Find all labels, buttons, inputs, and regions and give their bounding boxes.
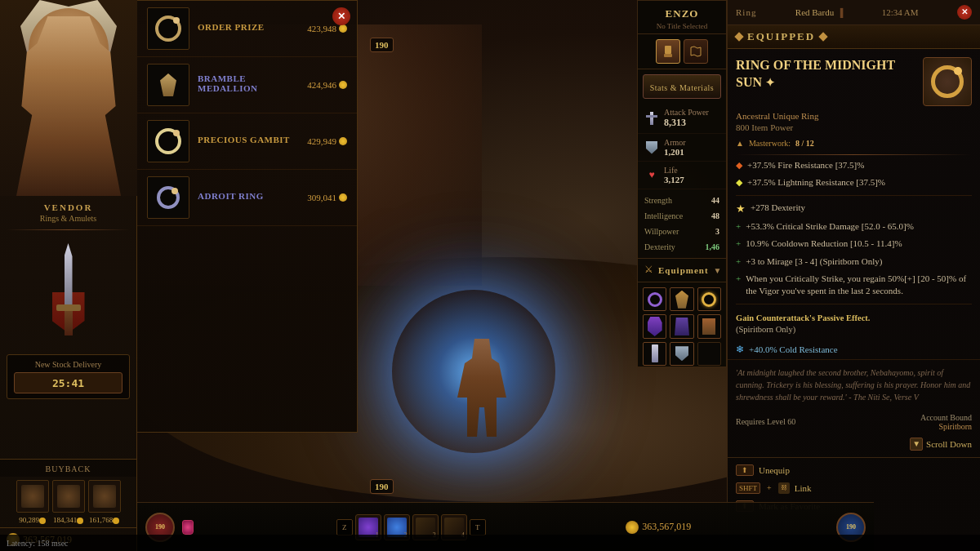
sun-icon: ✦ — [765, 77, 775, 89]
item-panel-close-button[interactable]: ✕ — [957, 5, 972, 20]
char-action-btn-2[interactable] — [684, 39, 708, 64]
equipment-grid — [638, 282, 726, 371]
svg-rect-0 — [665, 46, 671, 54]
equipment-icon: ⚔ — [644, 264, 653, 277]
close-icon-item: ✕ — [961, 8, 968, 16]
hud-gold-coin-icon — [626, 521, 639, 534]
ring-item-selected — [702, 292, 716, 307]
helm-item — [648, 317, 662, 336]
equipment-label: Equipment — [658, 265, 709, 275]
masterwork-triangle-icon: ▲ — [736, 139, 744, 148]
attributes-section: Strength 44 Intelligence 48 Willpower 3 … — [638, 189, 726, 258]
close-button[interactable]: ✕ — [332, 7, 350, 25]
shop-item-gambit[interactable]: PRECIOUS GAMBIT 429,949 — [137, 113, 357, 170]
vendor-avatar — [0, 0, 137, 196]
item-price-gambit: 429,949 — [307, 136, 347, 146]
level-badge-top: 190 — [370, 38, 394, 52]
lightning-bullet-icon: ◆ — [736, 177, 742, 188]
vendor-panel: VENDOR Rings & Amulets New Stock Deliver… — [0, 0, 137, 551]
equip-slot-4[interactable] — [643, 314, 666, 338]
scroll-icon: ▼ — [910, 438, 923, 451]
crit-damage-stat: + +53.3% Critical Strike Damage [52.0 - … — [728, 218, 980, 235]
item-icon-order-prize — [147, 7, 189, 50]
item-name-group: RING OF THE MIDNIGHT SUN ✦ — [736, 57, 916, 91]
unequip-button[interactable]: ⬆ Unequip — [736, 461, 972, 479]
weapon-guard — [56, 304, 81, 311]
char-action-btn-1[interactable] — [656, 39, 680, 64]
shop-item-order-prize[interactable]: ORDER PRIZE 423,948 — [137, 1, 357, 57]
buyback-item-icon-3 — [93, 485, 116, 508]
character-name: ENZO — [643, 7, 721, 20]
item-thumbnail — [923, 57, 972, 106]
life-row: ♥ Life 3,127 — [638, 162, 726, 189]
hud-gold-amount: 363,567,019 — [642, 521, 691, 533]
item-info-gambit: PRECIOUS GAMBIT — [198, 135, 299, 148]
equip-slot-1[interactable] — [643, 287, 666, 311]
masterwork-row: ▲ Masterwork: 8 / 12 — [728, 136, 980, 153]
weapon-display — [0, 235, 136, 349]
req-level: Requires Level 60 — [736, 417, 795, 426]
item-panel-header: Ring Red Bardu ▐ 12:34 AM ✕ — [728, 0, 980, 25]
plus-bullet-4-icon: + — [736, 273, 741, 283]
plus-bullet-1-icon: + — [736, 221, 741, 231]
buyback-val-2: 184,341 — [52, 516, 85, 524]
strength-row: Strength 44 — [638, 193, 726, 208]
armor-label: Armor — [664, 138, 719, 147]
amulet-item-1 — [675, 291, 688, 309]
gold-icon-small-3 — [113, 518, 119, 524]
stats-divider-1 — [736, 154, 972, 155]
stock-timer-box: 25:41 — [14, 372, 122, 393]
buyback-item-1[interactable] — [16, 480, 49, 513]
equip-slot-8[interactable] — [670, 342, 693, 366]
item-price-bramble: 424,946 — [307, 80, 347, 90]
buyback-item-3[interactable] — [88, 480, 121, 513]
player-name-badge: Red Bardu ▐ — [795, 7, 843, 17]
link-button[interactable]: SHFT + ⛓ Link — [736, 479, 972, 497]
stats-materials-button[interactable]: Stats & Materials — [643, 74, 721, 99]
passive-label: Gain Counterattack's Passive Effect. — [736, 313, 870, 322]
weapon-item — [652, 344, 658, 362]
equip-slot-6[interactable] — [697, 314, 721, 338]
shop-item-bramble[interactable]: BRAMBLE MEDALLION 424,946 — [137, 57, 357, 113]
item-icon-bramble — [147, 64, 189, 106]
dexterity-row: Dexterity 1,46 — [638, 239, 726, 255]
ring-icon-1 — [155, 16, 181, 42]
scroll-indicator[interactable]: ▼ Scroll Down — [728, 434, 980, 457]
shield-icon — [644, 140, 659, 155]
weapon-handle — [65, 311, 73, 335]
buyback-label: BUYBACK — [0, 460, 136, 477]
shop-item-adroit[interactable]: ADROIT RING 309,041 — [137, 170, 357, 226]
item-price-adroit: 309,041 — [307, 193, 347, 202]
equip-slot-2[interactable] — [670, 287, 693, 311]
boot-item — [702, 318, 715, 335]
item-icon-adroit — [147, 176, 189, 219]
equip-slot-5[interactable] — [670, 314, 693, 338]
sword-icon — [644, 111, 659, 126]
chain-icon: ⛓ — [781, 484, 787, 491]
equipped-label: EQUIPPED — [747, 30, 815, 43]
buyback-item-2[interactable] — [52, 480, 85, 513]
plus-bullet-3-icon: + — [736, 256, 741, 266]
item-name-gambit: PRECIOUS GAMBIT — [198, 135, 299, 144]
gold-icon-small-1 — [39, 518, 46, 524]
vendor-subtitle: Rings & Amulets — [3, 214, 133, 223]
equip-slot-3[interactable] — [697, 287, 721, 311]
chest-item — [675, 318, 689, 335]
hud-gold: 363,567,019 — [626, 521, 691, 534]
equip-slot-7[interactable] — [643, 342, 666, 366]
shop-items-panel: ✕ ORDER PRIZE 423,948 BRAMBLE MEDALLION … — [137, 0, 358, 433]
mirage-stat: + +3 to Mirage [3 - 4] (Spiritborn Only) — [728, 253, 980, 270]
divider-1 — [7, 229, 130, 230]
attack-power-row: Attack Power 8,313 — [638, 104, 726, 134]
gold-dot-4 — [339, 193, 347, 202]
ring-thumbnail — [931, 65, 964, 98]
item-power: 800 Item Power — [728, 122, 980, 136]
lightning-resistance-stat: ◆ +37.5% Lightning Resistance [37.5]% — [728, 174, 980, 191]
fire-resistance-text: +37.5% Fire Resistance [37.5]% — [747, 159, 864, 171]
equipment-header[interactable]: ⚔ Equipment ▼ — [638, 258, 726, 282]
stats-materials-label: Stats & Materials — [650, 83, 715, 92]
potion-slot[interactable] — [180, 519, 196, 535]
potion-icon — [182, 520, 194, 535]
player-name: Red Bardu — [795, 7, 834, 17]
equip-slot-9[interactable] — [697, 342, 721, 366]
